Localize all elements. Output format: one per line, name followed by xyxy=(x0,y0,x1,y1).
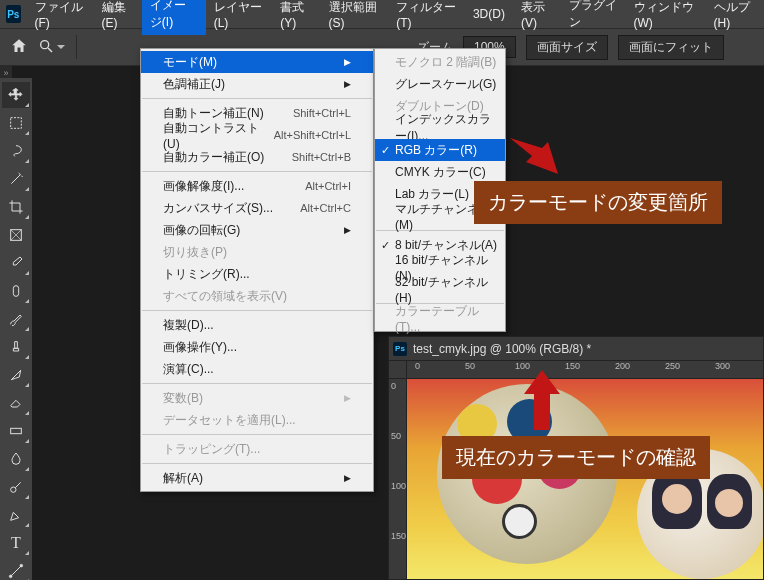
canvas-size-button[interactable]: 画面サイズ xyxy=(526,35,608,60)
mode-color-table: カラーテーブル(T)... xyxy=(375,307,505,329)
chevron-down-icon xyxy=(56,42,66,52)
tool-history-brush[interactable] xyxy=(2,362,30,388)
menu-edit[interactable]: 編集(E) xyxy=(94,0,142,34)
tool-eyedropper[interactable] xyxy=(2,250,30,276)
tool-lasso[interactable] xyxy=(2,138,30,164)
document-titlebar[interactable]: Ps test_cmyk.jpg @ 100% (RGB/8) * xyxy=(389,337,763,361)
document-title: test_cmyk.jpg @ 100% (RGB/8) * xyxy=(413,342,591,356)
menu-item-rotate[interactable]: 画像の回転(G)▶ xyxy=(141,219,373,241)
mode-cmyk[interactable]: CMYK カラー(C) xyxy=(375,161,505,183)
svg-rect-7 xyxy=(11,428,22,433)
menu-help[interactable]: ヘルプ(H) xyxy=(706,0,764,34)
tool-eraser[interactable] xyxy=(2,390,30,416)
image-menu-dropdown: モード(M)▶ 色調補正(J)▶ 自動トーン補正(N)Shift+Ctrl+L … xyxy=(140,48,374,492)
menu-item-auto-color[interactable]: 自動カラー補正(O)Shift+Ctrl+B xyxy=(141,146,373,168)
tool-marquee[interactable] xyxy=(2,110,30,136)
menu-image[interactable]: イメージ(I) xyxy=(142,0,206,35)
svg-rect-2 xyxy=(11,118,22,129)
tool-wand[interactable] xyxy=(2,166,30,192)
tool-type[interactable]: T xyxy=(2,530,30,556)
arrow-icon xyxy=(524,370,560,434)
svg-point-10 xyxy=(9,575,12,578)
tool-panel: T xyxy=(0,78,32,580)
ruler-corner xyxy=(389,361,407,379)
menu-select[interactable]: 選択範囲(S) xyxy=(321,0,389,34)
ruler-vertical[interactable]: 0 50 100 150 xyxy=(389,379,407,579)
tool-blur[interactable] xyxy=(2,446,30,472)
menu-type[interactable]: 書式(Y) xyxy=(272,0,320,34)
zoom-tool-dropdown[interactable] xyxy=(38,38,66,57)
menu-filter[interactable]: フィルター(T) xyxy=(388,0,465,34)
separator xyxy=(76,35,77,59)
callout-current-mode: 現在のカラーモードの確認 xyxy=(442,436,710,479)
mode-indexed[interactable]: インデックスカラー(I)... xyxy=(375,117,505,139)
tool-path[interactable] xyxy=(2,558,30,580)
menu-bar: Ps ファイル(F) 編集(E) イメージ(I) レイヤー(L) 書式(Y) 選… xyxy=(0,0,764,28)
mode-rgb[interactable]: ✓RGB カラー(R) xyxy=(375,139,505,161)
check-icon: ✓ xyxy=(381,144,390,157)
menu-window[interactable]: ウィンドウ(W) xyxy=(626,0,706,34)
menu-item-auto-contrast[interactable]: 自動コントラスト(U)Alt+Shift+Ctrl+L xyxy=(141,124,373,146)
menu-item-reveal-all: すべての領域を表示(V) xyxy=(141,285,373,307)
tool-healing[interactable] xyxy=(2,278,30,304)
callout-change-mode: カラーモードの変更箇所 xyxy=(474,181,722,224)
svg-point-11 xyxy=(20,564,23,567)
menu-3d[interactable]: 3D(D) xyxy=(465,3,513,25)
menu-item-trim[interactable]: トリミング(R)... xyxy=(141,263,373,285)
photoshop-favicon: Ps xyxy=(393,342,407,356)
mode-32bit[interactable]: 32 bit/チャンネル(H) xyxy=(375,278,505,300)
tool-frame[interactable] xyxy=(2,222,30,248)
menu-item-calculations[interactable]: 演算(C)... xyxy=(141,358,373,380)
svg-point-8 xyxy=(11,487,16,492)
home-icon[interactable] xyxy=(10,37,28,58)
tool-pen[interactable] xyxy=(2,502,30,528)
menu-layer[interactable]: レイヤー(L) xyxy=(206,0,273,34)
mode-grayscale[interactable]: グレースケール(G) xyxy=(375,73,505,95)
v-tick: 150 xyxy=(391,531,406,541)
menu-item-image-size[interactable]: 画像解像度(I)...Alt+Ctrl+I xyxy=(141,175,373,197)
v-tick: 50 xyxy=(391,431,401,441)
magnifier-icon xyxy=(38,38,54,57)
v-tick: 100 xyxy=(391,481,406,491)
h-tick: 200 xyxy=(615,361,630,371)
h-tick: 50 xyxy=(465,361,475,371)
tool-gradient[interactable] xyxy=(2,418,30,444)
fit-screen-button[interactable]: 画面にフィット xyxy=(618,35,724,60)
menu-plugin[interactable]: プラグイン xyxy=(561,0,625,35)
menu-item-trapping: トラッピング(T)... xyxy=(141,438,373,460)
menu-item-duplicate[interactable]: 複製(D)... xyxy=(141,314,373,336)
menu-view[interactable]: 表示(V) xyxy=(513,0,561,34)
h-tick: 300 xyxy=(715,361,730,371)
menu-item-apply-dataset: データセットを適用(L)... xyxy=(141,409,373,431)
svg-line-9 xyxy=(15,482,20,487)
svg-rect-6 xyxy=(13,286,18,297)
menu-file[interactable]: ファイル(F) xyxy=(27,0,94,34)
tool-stamp[interactable] xyxy=(2,334,30,360)
tool-crop[interactable] xyxy=(2,194,30,220)
svg-point-0 xyxy=(41,40,49,48)
svg-line-1 xyxy=(48,48,52,52)
arrow-icon xyxy=(510,130,558,178)
h-tick: 150 xyxy=(565,361,580,371)
mode-bitmap: モノクロ 2 階調(B) xyxy=(375,51,505,73)
menu-item-adjustments[interactable]: 色調補正(J)▶ xyxy=(141,73,373,95)
h-tick: 250 xyxy=(665,361,680,371)
menu-item-canvas-size[interactable]: カンバスサイズ(S)...Alt+Ctrl+C xyxy=(141,197,373,219)
menu-item-crop: 切り抜き(P) xyxy=(141,241,373,263)
expand-panels-icon[interactable]: » xyxy=(0,66,12,78)
check-icon: ✓ xyxy=(381,239,390,252)
ruler-horizontal[interactable]: 0 50 100 150 200 250 300 xyxy=(407,361,763,379)
tool-brush[interactable] xyxy=(2,306,30,332)
menu-item-mode[interactable]: モード(M)▶ xyxy=(141,51,373,73)
photoshop-logo: Ps xyxy=(6,5,21,23)
menu-item-variables: 変数(B)▶ xyxy=(141,387,373,409)
tool-dodge[interactable] xyxy=(2,474,30,500)
menu-item-apply-image[interactable]: 画像操作(Y)... xyxy=(141,336,373,358)
v-tick: 0 xyxy=(391,381,396,391)
canvas[interactable] xyxy=(407,379,763,579)
h-tick: 0 xyxy=(415,361,420,371)
tool-move[interactable] xyxy=(2,82,30,108)
menu-item-analysis[interactable]: 解析(A)▶ xyxy=(141,467,373,489)
